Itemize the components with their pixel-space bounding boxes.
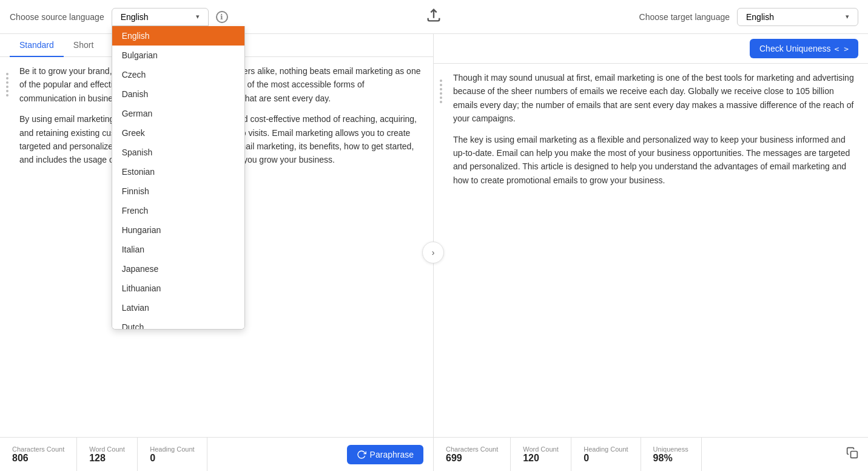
left-word-label: Word Count (89, 446, 125, 453)
check-uniqueness-label: Check Uniqueness (759, 44, 831, 53)
right-uniqueness-value: 98% (653, 453, 673, 464)
transfer-arrow-button[interactable]: › (422, 242, 444, 263)
dropdown-item-czech[interactable]: Czech (112, 65, 244, 84)
left-char-value: 806 (12, 453, 29, 464)
copy-icon[interactable] (846, 447, 858, 462)
right-editor[interactable]: Though it may sound unusual at first, em… (448, 71, 868, 430)
right-panel: Check Uniqueness < > Though it may sound… (434, 34, 868, 471)
paraphrase-button[interactable]: Paraphrase (347, 445, 423, 464)
right-paragraph: The key is using email marketing as a fl… (453, 133, 858, 188)
left-drag-handle[interactable] (0, 64, 15, 430)
check-uniqueness-button[interactable]: Check Uniqueness < > (750, 39, 858, 58)
dropdown-item-spanish[interactable]: Spanish (112, 143, 244, 162)
left-heading-label: Heading Count (150, 446, 194, 453)
dropdown-item-greek[interactable]: Greek (112, 123, 244, 143)
right-word-value: 120 (523, 453, 539, 464)
left-word-value: 128 (89, 453, 106, 464)
right-drag-dot-2 (440, 84, 442, 86)
drag-dot-5 (6, 90, 8, 92)
upload-icon[interactable] (425, 7, 442, 27)
right-drag-dot-4 (440, 92, 442, 95)
right-uniqueness: Uniqueness 98% (641, 438, 702, 471)
target-dropdown-value: English (746, 12, 774, 22)
drag-dot-1 (6, 73, 8, 75)
right-drag-dot-5 (440, 97, 442, 99)
left-heading-value: 0 (150, 453, 155, 464)
source-dropdown-list: EnglishBulgarianCzechDanishGermanGreekSp… (112, 26, 245, 330)
drag-dot-4 (6, 86, 8, 88)
drag-dot-6 (6, 94, 8, 97)
right-word-count: Word Count 120 (511, 438, 571, 471)
chevron-down-icon: ▾ (196, 13, 200, 21)
dropdown-item-english[interactable]: English (112, 26, 244, 46)
right-heading-count: Heading Count 0 (571, 438, 641, 471)
dropdown-item-danish[interactable]: Danish (112, 84, 244, 104)
header: Choose source language English ▾ English… (0, 0, 868, 34)
right-toolbar: Check Uniqueness < > (434, 34, 868, 64)
source-dropdown-container: English ▾ EnglishBulgarianCzechDanishGer… (112, 8, 209, 26)
right-paragraph: Though it may sound unusual at first, em… (453, 71, 858, 126)
dropdown-item-hungarian[interactable]: Hungarian (112, 220, 244, 240)
dropdown-item-lithuanian[interactable]: Lithuanian (112, 279, 244, 298)
target-dropdown-container: English ▾ (737, 8, 858, 26)
dropdown-item-estonian[interactable]: Estonian (112, 162, 244, 181)
svg-rect-0 (851, 452, 858, 458)
right-char-count: Characters Count 699 (434, 438, 511, 471)
target-chevron-icon: ▾ (846, 13, 849, 21)
right-stats-bar: Characters Count 699 Word Count 120 Head… (434, 437, 868, 471)
right-drag-dot-1 (440, 80, 442, 82)
source-label: Choose source language (10, 12, 104, 22)
paraphrase-label: Paraphrase (370, 450, 414, 459)
left-stats-bar: Characters Count 806 Word Count 128 Head… (0, 437, 433, 471)
target-label: Choose target language (639, 12, 730, 22)
left-char-count: Characters Count 806 (0, 438, 77, 471)
code-icon: < > (835, 44, 849, 53)
right-drag-dot-3 (440, 88, 442, 90)
arrow-icon: › (432, 248, 435, 257)
dropdown-item-dutch[interactable]: Dutch (112, 317, 244, 330)
left-word-count: Word Count 128 (77, 438, 138, 471)
right-uniqueness-label: Uniqueness (653, 446, 688, 453)
tab-standard[interactable]: Standard (10, 34, 64, 57)
right-char-label: Characters Count (446, 446, 498, 453)
right-editor-area: Though it may sound unusual at first, em… (434, 64, 868, 437)
dropdown-item-finnish[interactable]: Finnish (112, 181, 244, 201)
drag-dot-2 (6, 77, 8, 80)
right-heading-value: 0 (584, 453, 589, 464)
info-icon[interactable]: ℹ (216, 11, 228, 23)
dropdown-item-italian[interactable]: Italian (112, 240, 244, 259)
source-dropdown-button[interactable]: English ▾ (112, 8, 209, 26)
right-heading-label: Heading Count (584, 446, 628, 453)
dropdown-item-bulgarian[interactable]: Bulgarian (112, 46, 244, 65)
dropdown-item-japanese[interactable]: Japanese (112, 259, 244, 279)
tab-short[interactable]: Short (64, 34, 103, 57)
left-heading-count: Heading Count 0 (138, 438, 207, 471)
source-dropdown-value: English (121, 12, 149, 22)
dropdown-item-latvian[interactable]: Latvian (112, 298, 244, 317)
right-char-value: 699 (446, 453, 462, 464)
right-word-label: Word Count (523, 446, 559, 453)
target-dropdown-button[interactable]: English ▾ (737, 8, 858, 26)
dropdown-item-french[interactable]: French (112, 201, 244, 220)
dropdown-item-german[interactable]: German (112, 104, 244, 123)
drag-dot-3 (6, 81, 8, 84)
right-drag-dot-6 (440, 101, 442, 103)
left-char-label: Characters Count (12, 446, 64, 453)
